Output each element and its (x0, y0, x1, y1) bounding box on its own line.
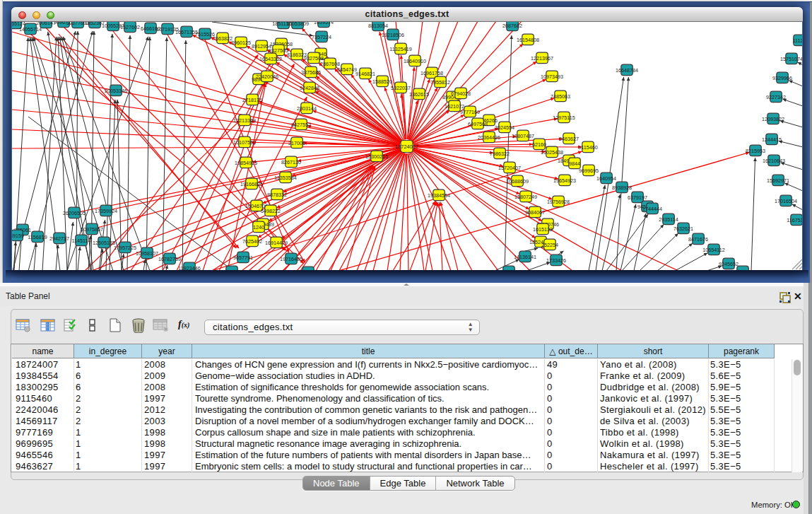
svg-text:1167530: 1167530 (787, 217, 802, 223)
svg-text:11121: 11121 (793, 37, 802, 44)
